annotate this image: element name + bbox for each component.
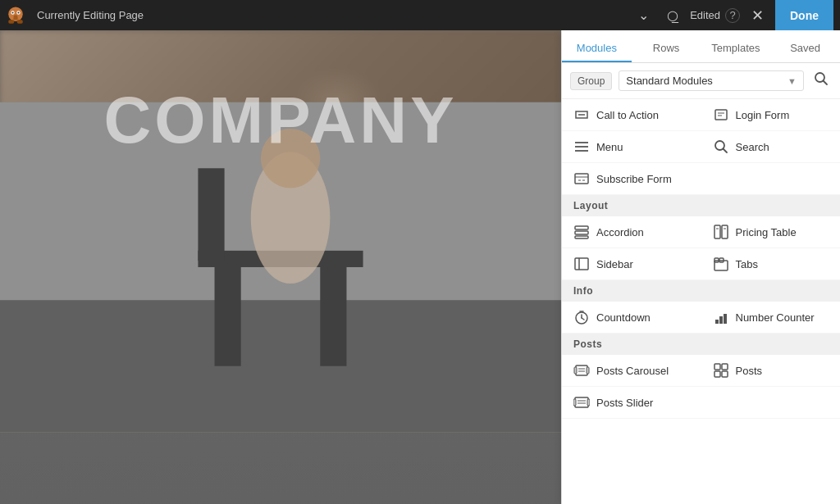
canvas-area: COMPANY Company Slogan Goes Her Lorem ip… xyxy=(0,30,561,504)
module-subscribe-form[interactable]: Subscribe Form xyxy=(562,163,840,195)
chevron-down-icon: ▼ xyxy=(788,76,797,86)
posts-slider-icon xyxy=(573,394,590,411)
menu-icon xyxy=(573,138,590,155)
section-header-info: Info xyxy=(562,280,840,302)
svg-rect-66 xyxy=(587,367,589,374)
svg-line-40 xyxy=(723,149,727,153)
svg-rect-61 xyxy=(715,320,719,324)
canvas-content: Company Slogan Goes Her Lorem ipsum dolo… xyxy=(0,211,561,420)
modules-row-posts-slider: Posts Slider xyxy=(562,387,840,419)
done-button[interactable]: Done xyxy=(775,0,833,30)
topbar: Currently Editing Page ⌄ ○̲ Edited ? ✕ D… xyxy=(0,0,840,30)
svg-rect-48 xyxy=(714,225,720,238)
svg-rect-45 xyxy=(575,226,588,229)
svg-rect-69 xyxy=(714,364,720,370)
svg-rect-47 xyxy=(575,236,588,238)
module-label: Search xyxy=(736,141,769,153)
svg-rect-27 xyxy=(198,168,224,261)
login-form-icon xyxy=(713,107,729,123)
module-label: Subscribe Form xyxy=(596,173,672,185)
svg-rect-33 xyxy=(715,110,727,120)
section-header-layout: Layout xyxy=(562,195,840,216)
search-module-icon xyxy=(713,138,729,155)
modules-row-sidebar: Sidebar Tabs xyxy=(562,248,840,280)
panel-tabs: Modules Rows Templates Saved xyxy=(562,30,840,63)
module-list: Call to Action Login Form Menu xyxy=(562,99,840,504)
module-label: Countdown xyxy=(596,311,651,324)
module-number-counter[interactable]: Number Counter xyxy=(701,302,841,334)
card-3-image xyxy=(322,299,461,381)
module-tabs[interactable]: Tabs xyxy=(701,248,841,280)
section-header-posts: Posts xyxy=(562,334,840,355)
close-button[interactable]: ✕ xyxy=(745,3,770,28)
page-title: Currently Editing Page xyxy=(30,9,632,21)
svg-rect-65 xyxy=(574,367,577,374)
svg-rect-7 xyxy=(8,20,14,23)
svg-rect-70 xyxy=(722,364,728,370)
module-label: Posts Carousel xyxy=(596,365,669,377)
modules-row-countdown: Countdown Number Counter xyxy=(562,302,840,334)
card-3: Slogan G xyxy=(322,299,461,403)
module-accordion[interactable]: Accordion xyxy=(562,216,701,248)
svg-rect-72 xyxy=(722,371,728,377)
subscribe-form-icon xyxy=(573,170,590,187)
help-button[interactable]: ? xyxy=(725,8,740,23)
svg-line-59 xyxy=(582,318,584,320)
tab-modules[interactable]: Modules xyxy=(562,34,632,62)
topbar-right: ⌄ ○̲ Edited ? ✕ Done xyxy=(632,0,840,30)
module-call-to-action[interactable]: Call to Action xyxy=(562,99,701,131)
svg-rect-52 xyxy=(575,258,588,270)
canvas-background: COMPANY Company Slogan Goes Her Lorem ip… xyxy=(0,30,561,504)
module-posts[interactable]: Posts xyxy=(701,355,841,387)
svg-rect-26 xyxy=(320,267,346,366)
svg-rect-49 xyxy=(722,225,728,238)
module-login-form[interactable]: Login Form xyxy=(701,99,841,131)
svg-rect-63 xyxy=(724,314,727,324)
module-label: Tabs xyxy=(736,258,758,270)
logo-icon xyxy=(4,4,27,27)
module-label: Login Form xyxy=(736,109,790,121)
group-dropdown-value: Standard Modules xyxy=(626,75,713,87)
group-dropdown[interactable]: Standard Modules ▼ xyxy=(619,70,804,91)
sidebar-icon xyxy=(573,256,590,272)
group-badge: Group xyxy=(570,72,612,90)
module-sidebar[interactable]: Sidebar xyxy=(562,248,701,280)
module-label: Accordion xyxy=(596,226,644,238)
hero-text: COMPANY xyxy=(104,83,458,158)
number-counter-icon xyxy=(713,309,729,325)
module-countdown[interactable]: Countdown xyxy=(562,302,701,334)
tab-rows[interactable]: Rows xyxy=(632,34,701,62)
module-posts-slider[interactable]: Posts Slider xyxy=(562,387,840,419)
svg-rect-62 xyxy=(719,316,723,324)
chevron-down-button[interactable]: ⌄ xyxy=(632,4,655,26)
svg-rect-41 xyxy=(575,174,588,184)
module-menu[interactable]: Menu xyxy=(562,131,701,163)
svg-point-3 xyxy=(11,11,13,13)
module-label: Menu xyxy=(596,141,623,153)
module-label: Sidebar xyxy=(596,258,633,270)
svg-rect-73 xyxy=(575,397,588,407)
module-pricing-table[interactable]: Pricing Table xyxy=(701,216,841,248)
tab-saved[interactable]: Saved xyxy=(770,34,840,62)
canvas-cards: Slogan Goes Here xyxy=(16,299,545,403)
modules-row-menu: Menu Search xyxy=(562,131,840,163)
modules-row-posts-carousel: Posts Carousel Posts xyxy=(562,355,840,387)
svg-rect-75 xyxy=(587,399,590,406)
svg-rect-23 xyxy=(0,300,561,432)
module-posts-carousel[interactable]: Posts Carousel xyxy=(562,355,701,387)
tabs-icon xyxy=(713,256,729,272)
module-label: Posts xyxy=(736,365,763,377)
module-label: Number Counter xyxy=(736,311,815,324)
group-row: Group Standard Modules ▼ xyxy=(562,63,840,99)
tab-templates[interactable]: Templates xyxy=(701,34,771,62)
notifications-button[interactable]: ○̲ xyxy=(660,4,685,26)
svg-rect-46 xyxy=(575,231,588,234)
svg-rect-74 xyxy=(573,399,576,406)
search-button[interactable] xyxy=(810,70,832,92)
svg-rect-25 xyxy=(215,267,241,366)
module-search[interactable]: Search xyxy=(701,131,841,163)
svg-line-31 xyxy=(824,81,828,85)
pricing-table-icon xyxy=(713,224,729,240)
call-to-action-icon xyxy=(573,107,590,123)
modules-row-accordion: Accordion Pricing Table xyxy=(562,216,840,248)
